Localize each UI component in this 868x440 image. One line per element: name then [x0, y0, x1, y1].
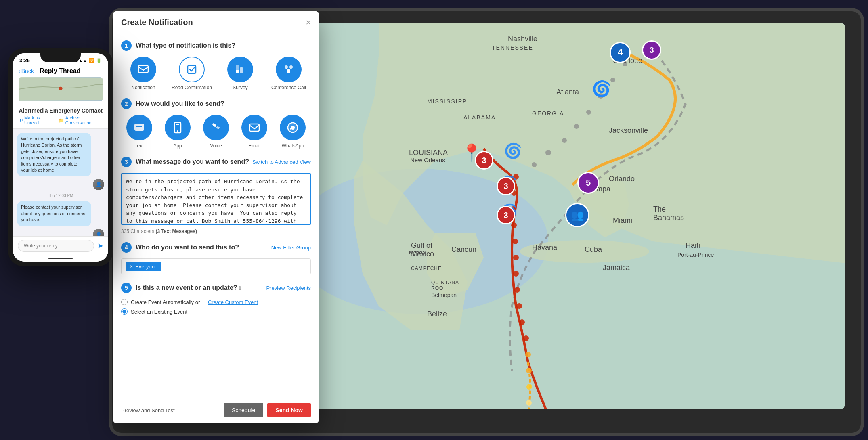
- svg-point-38: [287, 70, 290, 73]
- svg-point-24: [516, 303, 522, 309]
- country-haiti: Haiti: [686, 241, 700, 250]
- svg-rect-34: [240, 67, 243, 73]
- state-louisiana: LOUISIANA: [409, 149, 448, 157]
- city-havana: Havana: [532, 243, 557, 252]
- map-marker-4[interactable]: 4: [610, 42, 631, 63]
- option-whatsapp[interactable]: WhatsApp: [275, 115, 311, 149]
- svg-point-37: [289, 65, 293, 69]
- send-reply-button[interactable]: ➤: [97, 241, 103, 250]
- create-event-text: Create Event Automatically or: [131, 299, 200, 305]
- svg-point-14: [545, 150, 551, 155]
- option-email[interactable]: Email: [237, 115, 273, 149]
- option-notification-label: Notification: [131, 85, 155, 90]
- message-text-2: Please contact your supervisor about any…: [21, 205, 85, 222]
- svg-point-27: [525, 352, 531, 357]
- map-marker-5[interactable]: 5: [577, 172, 599, 194]
- phone-nav-top: ‹ Back Reply Thread: [19, 67, 103, 75]
- create-custom-event-link[interactable]: Create Custom Event: [208, 299, 258, 305]
- map-marker-3-red-2[interactable]: 3: [497, 177, 515, 195]
- svg-point-23: [514, 287, 520, 293]
- event-options: Create Event Automatically or Create Cus…: [121, 299, 311, 315]
- modal-close-button[interactable]: ×: [306, 18, 311, 27]
- hurricane-symbol-1: 🌀: [504, 142, 522, 159]
- avatar-1: 👤: [93, 179, 104, 190]
- option-survey[interactable]: Survey: [218, 57, 262, 90]
- notification-type-options: Notification Read Confirmation: [121, 57, 311, 90]
- section3-header: 3 What message do you want to send? Swit…: [121, 157, 311, 167]
- mark-unread-button[interactable]: 👁 Mark as Unread: [19, 115, 52, 125]
- contact-actions: 👁 Mark as Unread 📁 Archive Conversation: [19, 115, 103, 125]
- message-textarea[interactable]: We're in the projected path of Hurricane…: [121, 173, 311, 225]
- conference-call-icon-circle: [276, 57, 302, 82]
- section2-header: 2 How would you like to send?: [121, 98, 311, 109]
- recipient-tag-everyone[interactable]: × Everyone: [126, 262, 161, 271]
- svg-point-36: [285, 65, 288, 69]
- text-icon-circle: [126, 115, 152, 140]
- message-bubble-1: We're in the projected path of Hurricane…: [17, 133, 91, 176]
- recipients-row: × Everyone: [121, 258, 311, 274]
- option-app[interactable]: App: [159, 115, 195, 149]
- section5-title: Is this a new event or an update?: [136, 284, 237, 291]
- modal-overlay: Create Notification × 1 What type of not…: [113, 11, 319, 423]
- phone-home-bar: [13, 255, 108, 262]
- section4-title: Who do you want to send this to?: [136, 244, 239, 251]
- hurricane-symbol-charlotte: 🌀: [592, 80, 611, 98]
- state-alabama: ALABAMA: [463, 114, 496, 121]
- map-marker-3-purple[interactable]: 3: [642, 40, 661, 60]
- svg-point-11: [586, 110, 591, 115]
- section-notification-type: 1 What type of notification is this? Not…: [121, 40, 311, 90]
- option-email-label: Email: [248, 143, 260, 149]
- create-notification-modal: Create Notification × 1 What type of not…: [113, 11, 319, 423]
- reply-input[interactable]: [18, 240, 94, 252]
- city-miami: Miami: [613, 216, 632, 225]
- option-conference-call[interactable]: Conference Call: [266, 57, 311, 90]
- map-marker-3-red-3[interactable]: 3: [497, 206, 515, 224]
- svg-point-20: [512, 239, 518, 244]
- contact-bar: Alertmedia Emergency Contact 👁 Mark as U…: [13, 105, 108, 129]
- map-marker-group[interactable]: 👥: [565, 203, 589, 227]
- svg-point-12: [574, 124, 579, 129]
- svg-point-13: [562, 138, 567, 143]
- svg-point-26: [523, 335, 529, 341]
- new-filter-group-link[interactable]: New Filter Group: [271, 245, 311, 251]
- phone-time: 3:26: [19, 57, 30, 63]
- section1-header: 1 What type of notification is this?: [121, 40, 311, 51]
- city-nashville: Nashville: [508, 35, 537, 43]
- svg-point-21: [513, 255, 519, 260]
- back-chevron-icon: ‹: [19, 68, 21, 74]
- back-button[interactable]: ‹ Back: [19, 68, 34, 74]
- schedule-button[interactable]: Schedule: [224, 403, 263, 417]
- section1-title: What type of notification is this?: [136, 42, 235, 49]
- phone-notch: [40, 53, 81, 62]
- message-row-2: 👤: [17, 229, 104, 236]
- back-label: Back: [21, 68, 34, 74]
- option-read-confirmation[interactable]: Read Confirmation: [170, 57, 214, 90]
- svg-point-9: [610, 78, 615, 82]
- email-icon-circle: [241, 115, 267, 140]
- select-existing-event-option: Select an Existing Event: [121, 308, 311, 315]
- city-jacksonville: Jacksonville: [609, 126, 648, 135]
- option-voice[interactable]: Voice: [198, 115, 234, 149]
- svg-point-28: [526, 368, 532, 373]
- modal-title: Create Notification: [121, 18, 193, 27]
- option-notification[interactable]: Notification: [121, 57, 166, 90]
- map-marker-3-red-1[interactable]: 3: [475, 151, 493, 170]
- select-existing-radio[interactable]: [121, 308, 128, 315]
- archive-button[interactable]: 📁 Archive Conversation: [59, 115, 103, 125]
- remove-recipient-button[interactable]: ×: [130, 263, 133, 270]
- section1-number: 1: [121, 40, 132, 51]
- switch-advanced-view-link[interactable]: Switch to Advanced View: [252, 159, 311, 165]
- country-belize: Belize: [427, 310, 447, 318]
- option-text[interactable]: Text: [121, 115, 157, 149]
- send-now-button[interactable]: Send Now: [267, 403, 311, 417]
- country-cuba: Cuba: [585, 245, 602, 254]
- voice-icon-circle: [203, 115, 229, 140]
- create-event-radio[interactable]: [121, 299, 128, 305]
- preview-recipients-link[interactable]: Preview Recipients: [266, 285, 311, 291]
- section3-number: 3: [121, 157, 132, 167]
- message-time-1: Thu 12:03 PM: [17, 193, 104, 198]
- state-mississippi: MISSISSIPPI: [427, 98, 470, 105]
- preview-send-test-link[interactable]: Preview and Send Test: [121, 407, 175, 413]
- notification-icon-circle: [130, 57, 156, 82]
- city-orlando: Orlando: [609, 175, 635, 183]
